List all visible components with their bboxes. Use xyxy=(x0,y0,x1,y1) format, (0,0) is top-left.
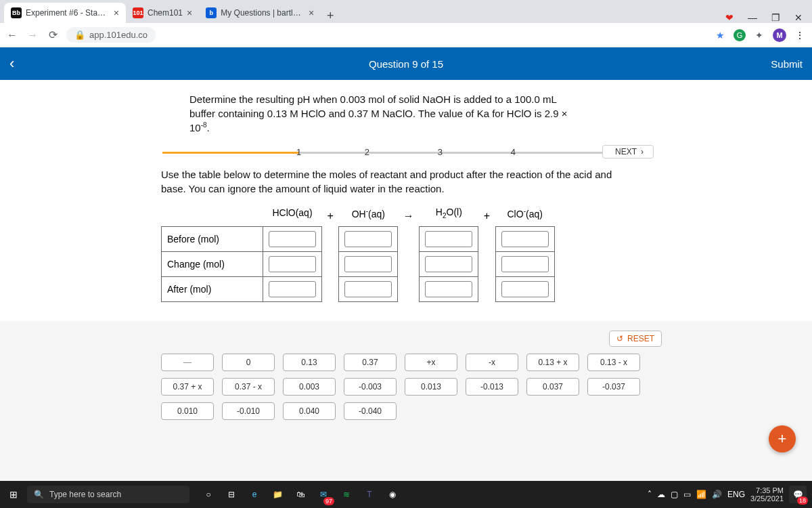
minimize-button[interactable]: — xyxy=(746,12,759,23)
ice-cell-input[interactable] xyxy=(425,281,472,297)
species-label: HClO(aq) xyxy=(263,205,322,226)
store-icon[interactable]: 🛍 xyxy=(291,485,310,504)
answer-chip[interactable]: 0.013 xyxy=(405,378,457,396)
answer-chip[interactable]: -0.003 xyxy=(344,378,397,396)
new-tab-button[interactable]: + xyxy=(321,9,340,23)
ice-cell-input[interactable] xyxy=(344,231,392,247)
answer-chip[interactable]: 0.37 xyxy=(344,354,397,371)
wifi-icon[interactable]: 📶 xyxy=(696,490,706,499)
browser-tab[interactable]: b My Questions | bartleby × xyxy=(199,3,321,23)
nav-reload-icon[interactable]: ⟳ xyxy=(46,28,60,41)
taskbar-search[interactable]: 🔍 Type here to search xyxy=(27,486,189,503)
step-marker[interactable]: 2 xyxy=(365,147,369,157)
ice-cell-input[interactable] xyxy=(425,256,472,272)
teams-icon[interactable]: T xyxy=(360,485,379,504)
tab-favicon: 101 xyxy=(133,7,143,18)
question-back-button[interactable]: ‹ xyxy=(9,55,14,72)
browser-tab[interactable]: Bb Experiment #6 - Standardization × xyxy=(4,3,126,23)
answer-chip[interactable]: -0.037 xyxy=(587,378,640,396)
plus-icon: + xyxy=(478,205,495,226)
extensions-icon[interactable]: ✦ xyxy=(752,30,766,41)
nav-forward-icon[interactable]: → xyxy=(26,29,39,41)
spotify-icon[interactable]: ≋ xyxy=(337,485,356,504)
step-marker[interactable]: 4 xyxy=(511,147,516,157)
ice-cell-input[interactable] xyxy=(425,231,472,247)
close-icon[interactable]: × xyxy=(309,7,314,18)
step-progress: 1 2 3 4 NEXT› xyxy=(162,144,650,159)
profile-avatar[interactable]: M xyxy=(773,28,786,42)
answer-chip[interactable]: 0.010 xyxy=(161,402,214,420)
answer-chip[interactable]: 0.37 - x xyxy=(222,378,275,396)
plus-icon: + xyxy=(322,205,339,226)
close-icon[interactable]: × xyxy=(187,7,192,18)
ice-cell-input[interactable] xyxy=(501,281,549,297)
ice-cell-input[interactable] xyxy=(501,231,549,247)
ice-cell-input[interactable] xyxy=(501,256,549,272)
step-instructions: Use the table below to determine the mol… xyxy=(161,167,648,196)
onedrive-icon[interactable]: ☁ xyxy=(657,490,665,499)
language-indicator[interactable]: ENG xyxy=(727,490,745,499)
close-icon[interactable]: × xyxy=(114,7,119,18)
cortana-icon[interactable]: ○ xyxy=(199,485,218,504)
add-fab[interactable]: + xyxy=(769,425,796,452)
more-menu-icon[interactable]: ⋮ xyxy=(793,30,807,41)
answer-chip[interactable]: -0.010 xyxy=(222,402,275,420)
project-icon[interactable]: ▭ xyxy=(683,490,691,499)
url-field[interactable]: 🔒 app.101edu.co xyxy=(66,27,156,43)
submit-button[interactable]: Submit xyxy=(771,58,803,70)
reset-button[interactable]: ↺ RESET xyxy=(609,331,662,347)
answer-chip[interactable]: 0.13 - x xyxy=(587,354,640,371)
restore-button[interactable]: ❐ xyxy=(769,12,782,23)
search-icon: 🔍 xyxy=(34,490,44,499)
row-label: After (mol) xyxy=(162,276,263,301)
answer-chip[interactable]: 0.13 + x xyxy=(526,354,579,371)
question-prompt: Determine the resulting pH when 0.003 mo… xyxy=(189,92,623,135)
ice-cell-input[interactable] xyxy=(269,256,316,272)
row-label: Change (mol) xyxy=(162,251,263,276)
tray-expand-icon[interactable]: ˄ xyxy=(648,490,652,499)
nav-back-icon[interactable]: ← xyxy=(5,29,19,41)
answer-chip[interactable]: 0.037 xyxy=(526,378,579,396)
mail-icon[interactable]: ✉97 xyxy=(314,485,333,504)
taskview-icon[interactable]: ⊟ xyxy=(222,485,241,504)
answer-chip[interactable]: — xyxy=(161,354,214,371)
explorer-icon[interactable]: 📁 xyxy=(268,485,287,504)
answer-chip[interactable]: 0.003 xyxy=(283,378,336,396)
ice-cell-input[interactable] xyxy=(269,281,316,297)
extension-icon[interactable]: G xyxy=(734,29,746,41)
arrow-icon: → xyxy=(398,205,420,226)
chrome-icon[interactable]: ◉ xyxy=(383,485,402,504)
ice-cell-input[interactable] xyxy=(344,256,392,272)
next-step-button[interactable]: NEXT› xyxy=(602,145,654,158)
notification-badge: 18 xyxy=(797,496,808,505)
search-placeholder: Type here to search xyxy=(49,490,121,499)
answer-chip[interactable]: 0.040 xyxy=(283,402,336,420)
star-icon[interactable]: ★ xyxy=(713,30,727,41)
answer-chip[interactable]: -x xyxy=(466,354,518,371)
species-label: ClO-(aq) xyxy=(495,205,554,226)
ice-cell-input[interactable] xyxy=(344,281,392,297)
step-marker[interactable]: 3 xyxy=(438,147,443,157)
tab-favicon: Bb xyxy=(11,7,22,18)
answer-chip[interactable]: -0.013 xyxy=(466,378,518,396)
edge-icon[interactable]: e xyxy=(245,485,264,504)
answer-chip[interactable]: 0.13 xyxy=(283,354,336,371)
sound-icon[interactable]: 🔊 xyxy=(712,490,722,499)
display-icon[interactable]: ▢ xyxy=(671,490,678,499)
action-center-icon[interactable]: 💬 18 xyxy=(789,486,807,503)
answer-chip[interactable]: 0.37 + x xyxy=(161,378,214,396)
answer-chip[interactable]: +x xyxy=(405,354,457,371)
start-button[interactable]: ⊞ xyxy=(0,489,27,500)
window-controls: ❤ — ❐ ✕ xyxy=(723,12,812,23)
step-marker[interactable]: 1 xyxy=(296,147,301,157)
taskbar-clock[interactable]: 7:35 PM 3/25/2021 xyxy=(750,486,784,503)
heart-icon[interactable]: ❤ xyxy=(723,12,736,23)
answer-bank: ↺ RESET —00.130.37+x-x0.13 + x0.13 - x0.… xyxy=(0,321,812,508)
browser-tab[interactable]: 101 Chem101 × xyxy=(126,3,199,23)
answer-chip[interactable]: 0 xyxy=(222,354,275,371)
answer-chip[interactable]: -0.040 xyxy=(344,402,397,420)
window-close-button[interactable]: ✕ xyxy=(792,12,805,23)
chevron-right-icon: › xyxy=(641,147,644,156)
ice-table: HClO(aq) + OH-(aq) → H2O(l) + ClO-(aq) B… xyxy=(161,205,555,302)
ice-cell-input[interactable] xyxy=(269,231,316,247)
